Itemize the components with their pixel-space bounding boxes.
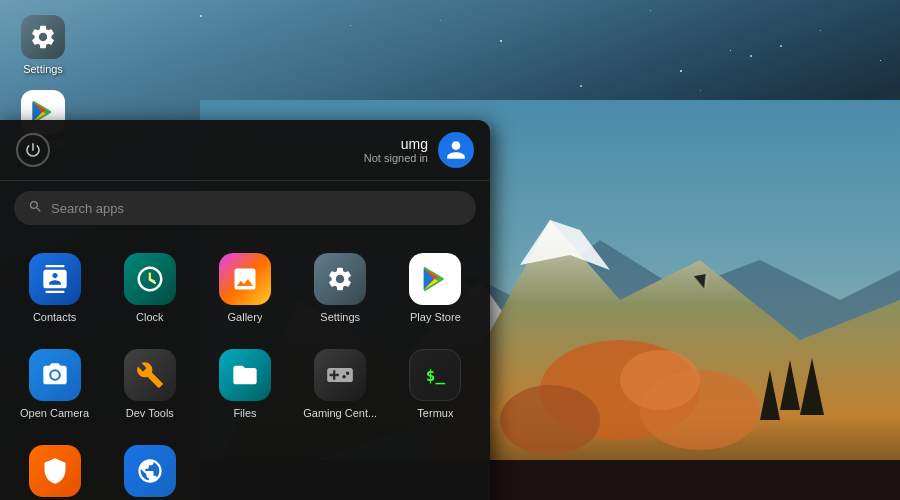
- contacts-icon: [29, 253, 81, 305]
- termux-label: Termux: [417, 407, 453, 419]
- power-button[interactable]: [16, 133, 50, 167]
- opencamera-label: Open Camera: [20, 407, 89, 419]
- contacts-label: Contacts: [33, 311, 76, 323]
- files-icon: [219, 349, 271, 401]
- playstore-app-label: Play Store: [410, 311, 461, 323]
- app-item-files[interactable]: Files: [200, 339, 289, 429]
- app-grid: Contacts Clock Gallery: [0, 235, 490, 500]
- user-avatar[interactable]: [438, 132, 474, 168]
- user-name: umg: [364, 136, 428, 152]
- app-item-magisk[interactable]: Magisk Man...: [10, 435, 99, 500]
- playstore-app-icon: [409, 253, 461, 305]
- search-bar[interactable]: [14, 191, 476, 225]
- devtools-icon: [124, 349, 176, 401]
- app-drawer: umg Not signed in C: [0, 120, 490, 500]
- app-item-devtools[interactable]: Dev Tools: [105, 339, 194, 429]
- magisk-icon: [29, 445, 81, 497]
- opencamera-icon: [29, 349, 81, 401]
- settings-app-label: Settings: [320, 311, 360, 323]
- browser-icon: [124, 445, 176, 497]
- app-item-clock[interactable]: Clock: [105, 243, 194, 333]
- app-item-opencamera[interactable]: Open Camera: [10, 339, 99, 429]
- gaming-icon: [314, 349, 366, 401]
- settings-icon: [21, 15, 65, 59]
- gallery-label: Gallery: [228, 311, 263, 323]
- user-status: Not signed in: [364, 152, 428, 164]
- search-icon: [28, 199, 43, 217]
- files-label: Files: [233, 407, 256, 419]
- app-item-termux[interactable]: $_ Termux: [391, 339, 480, 429]
- clock-label: Clock: [136, 311, 164, 323]
- mouse-cursor: [694, 274, 708, 290]
- clock-icon: [124, 253, 176, 305]
- settings-app-icon: [314, 253, 366, 305]
- gaming-label: Gaming Cent...: [303, 407, 377, 419]
- user-info: umg Not signed in: [364, 132, 474, 168]
- termux-icon: $_: [409, 349, 461, 401]
- app-item-browser[interactable]: Browser: [105, 435, 194, 500]
- svg-point-8: [500, 385, 600, 455]
- svg-point-9: [620, 350, 700, 410]
- search-input[interactable]: [51, 201, 462, 216]
- drawer-header: umg Not signed in: [0, 120, 490, 181]
- settings-desktop-label: Settings: [23, 63, 63, 75]
- user-text: umg Not signed in: [364, 136, 428, 164]
- app-item-settings[interactable]: Settings: [296, 243, 385, 333]
- app-item-gallery[interactable]: Gallery: [200, 243, 289, 333]
- app-item-contacts[interactable]: Contacts: [10, 243, 99, 333]
- app-item-gaming[interactable]: Gaming Cent...: [296, 339, 385, 429]
- devtools-label: Dev Tools: [126, 407, 174, 419]
- app-item-playstore[interactable]: Play Store: [391, 243, 480, 333]
- desktop-icon-settings[interactable]: Settings: [8, 10, 78, 80]
- gallery-icon: [219, 253, 271, 305]
